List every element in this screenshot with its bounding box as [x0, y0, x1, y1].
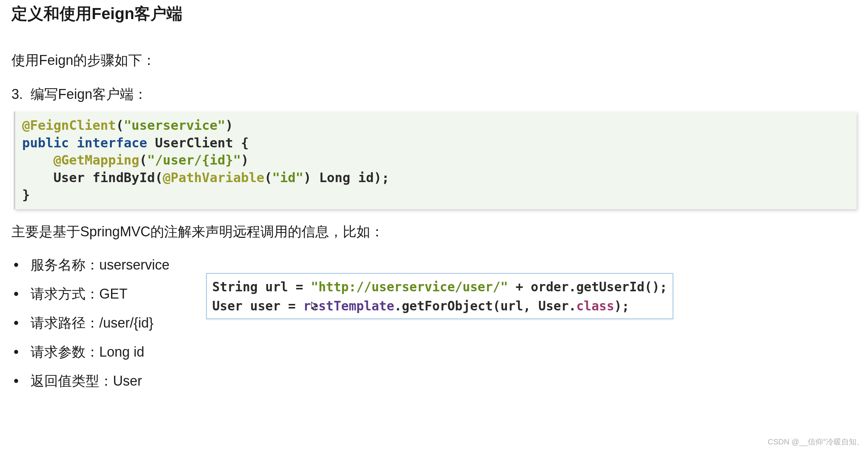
bullet-dot: • [14, 342, 31, 362]
variable: restTemplate [303, 299, 394, 313]
list-item: •请求参数：Long id [14, 342, 857, 362]
identifier: UserClient { [147, 135, 249, 150]
paren: ( [139, 152, 147, 168]
bullet-text: 请求方式：GET [31, 286, 127, 302]
paren: ) [225, 118, 233, 133]
code-line: @GetMapping("/user/{id}") [22, 152, 850, 169]
indent [22, 152, 53, 168]
bullet-dot: • [14, 284, 31, 304]
code-line: public interface UserClient { [22, 134, 850, 152]
description-text: 主要是基于SpringMVC的注解来声明远程调用的信息，比如： [11, 223, 857, 241]
bullet-text: 请求参数：Long id [31, 344, 144, 360]
code-text: ); [614, 299, 629, 313]
code-text: String url = [212, 279, 311, 294]
bullet-text: 请求路径：/user/{id} [31, 315, 153, 331]
list-item: •服务名称：userservice [14, 255, 857, 275]
code-line: } [22, 186, 850, 204]
bullet-dot: • [14, 371, 31, 391]
code-text: + order.getUserId(); [508, 279, 667, 294]
code-line: String url = "http://userservice/user/" … [212, 278, 667, 297]
code-text: User user = [212, 299, 303, 313]
paren: ( [265, 170, 272, 185]
floating-code-box: String url = "http://userservice/user/" … [206, 273, 673, 319]
paren: ) [241, 152, 248, 168]
bullet-dot: • [14, 313, 31, 333]
string-literal: "/user/{id}" [147, 152, 241, 168]
keyword: public [22, 135, 69, 150]
string-literal: "id" [272, 170, 303, 185]
code-line: @FeignClient("userservice") [22, 117, 850, 134]
bullet-dot: • [14, 255, 31, 275]
paren: ( [116, 118, 124, 133]
anno-feignclient: @FeignClient [22, 118, 116, 133]
step-label: 3.编写Feign客户端： [11, 85, 857, 104]
step-number: 3. [11, 86, 31, 102]
watermark: CSDN @__信仰°冷暖自知、 [768, 437, 864, 447]
string-url: "http://userservice/user/" [311, 279, 508, 294]
code-line: User user = restTemplate.getForObject(ur… [212, 297, 667, 316]
page-title: 定义和使用Feign客户端 [11, 3, 857, 24]
anno-getmapping: @GetMapping [53, 152, 139, 168]
anno-pathvariable: @PathVariable [163, 170, 264, 185]
code-text: .getForObject(url, User. [394, 299, 576, 313]
code-block-main: @FeignClient("userservice") public inter… [14, 111, 857, 209]
code-line: User findById(@PathVariable("id") Long i… [22, 169, 850, 187]
method-sig: User findById( [53, 170, 163, 185]
intro-text: 使用Feign的步骤如下： [11, 51, 857, 70]
brace: } [22, 187, 30, 202]
bullet-text: 服务名称：userservice [31, 257, 169, 273]
space [69, 135, 77, 150]
list-item: •返回值类型：User [14, 371, 857, 391]
step-text: 编写Feign客户端： [31, 86, 147, 102]
keyword: interface [77, 135, 147, 150]
indent [22, 170, 53, 185]
keyword-class: class [576, 299, 614, 313]
bullet-text: 返回值类型：User [31, 373, 142, 389]
string-literal: "userservice" [124, 118, 225, 133]
method-rest: ) Long id); [303, 170, 389, 185]
